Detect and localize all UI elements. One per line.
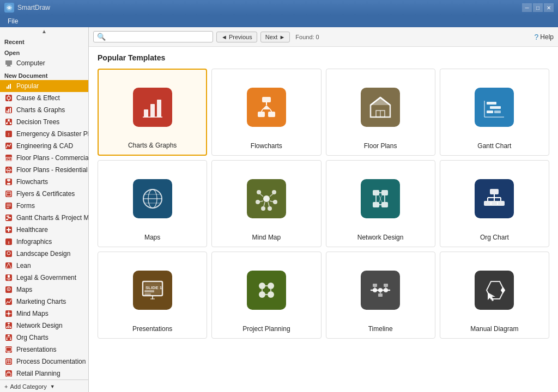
next-button[interactable]: Next ► — [260, 32, 290, 42]
sidebar-item-marketing-charts[interactable]: Marketing Charts — [0, 296, 88, 308]
charts-graphs-label: Charts & Graphs — [16, 106, 65, 114]
svg-rect-101 — [258, 112, 265, 117]
sidebar-item-floor-commercial[interactable]: Floor Plans - Commercial — [0, 152, 88, 164]
maximize-button[interactable]: □ — [533, 3, 543, 12]
sidebar-item-engineering[interactable]: Engineering & CAD — [0, 140, 88, 152]
svg-rect-13 — [7, 111, 8, 113]
presentations-template-icon: SLIDE 1 — [133, 271, 172, 310]
sidebar-item-healthcare[interactable]: Healthcare — [0, 224, 88, 236]
help-button[interactable]: ? Help — [535, 33, 554, 41]
maps-template-label: Maps — [144, 234, 160, 241]
flyers-icon — [4, 189, 13, 198]
healthcare-icon — [4, 225, 13, 234]
template-card-network-design[interactable]: Network Design — [326, 160, 435, 247]
sidebar-item-lean[interactable]: Lean — [0, 260, 88, 272]
prev-button[interactable]: ◄ Previous — [216, 32, 257, 42]
toolbar: 🔍 ◄ Previous Next ► Found: 0 ? Help — [89, 27, 558, 47]
svg-rect-44 — [8, 217, 11, 218]
scroll-indicator: ▲ — [0, 27, 88, 35]
template-card-charts-graphs[interactable]: Charts & Graphs — [98, 69, 207, 156]
sidebar-item-forms[interactable]: Forms — [0, 200, 88, 212]
project-planning-template-icon — [247, 271, 286, 310]
template-card-mind-map[interactable]: Mind Map — [211, 160, 321, 247]
search-icon: 🔍 — [97, 33, 106, 41]
svg-rect-158 — [144, 290, 154, 292]
sidebar-item-decision-trees[interactable]: Decision Trees — [0, 116, 88, 128]
sidebar-item-flowcharts[interactable]: Flowcharts — [0, 176, 88, 188]
sidebar-item-cause-effect[interactable]: Cause & Effect — [0, 92, 88, 104]
template-card-flowcharts[interactable]: Flowcharts — [211, 69, 321, 156]
floor-plans-template-icon — [361, 88, 400, 127]
svg-marker-107 — [371, 97, 390, 105]
add-category-bar[interactable]: + Add Category ▼ — [0, 379, 88, 392]
svg-rect-45 — [6, 219, 8, 220]
svg-rect-173 — [378, 293, 383, 297]
template-card-timeline[interactable]: Timeline — [326, 252, 435, 339]
svg-rect-154 — [497, 201, 505, 206]
template-card-presentations[interactable]: SLIDE 1 Presentations — [98, 252, 207, 339]
svg-line-104 — [261, 109, 263, 112]
sidebar-item-emergency[interactable]: ! Emergency & Disaster Pla... — [0, 128, 88, 140]
close-button[interactable]: ✕ — [544, 3, 554, 12]
sidebar-item-legal[interactable]: Legal & Government — [0, 272, 88, 284]
svg-rect-136 — [373, 190, 379, 195]
main-layout: ▲ Recent Open Computer New Document — [0, 27, 558, 392]
sidebar-item-org-charts[interactable]: Org Charts — [0, 332, 88, 344]
sidebar-item-gantt[interactable]: Gantt Charts & Project Mgt — [0, 212, 88, 224]
flowcharts-label: Flowcharts — [16, 178, 48, 186]
network-design-template-icon — [361, 179, 400, 218]
sidebar-item-network-design[interactable]: Network Design — [0, 320, 88, 332]
svg-rect-80 — [10, 339, 11, 340]
sidebar-item-floor-residential[interactable]: Floor Plans - Residential — [0, 164, 88, 176]
svg-point-61 — [8, 289, 9, 290]
sidebar-item-retail[interactable]: Retail Planning — [0, 367, 88, 379]
sidebar-item-charts-graphs[interactable]: Charts & Graphs — [0, 104, 88, 116]
file-menu[interactable]: File — [3, 16, 22, 26]
template-icon-wrap — [445, 167, 544, 230]
gantt-template-label: Gantt Chart — [477, 142, 511, 150]
template-card-project-planning[interactable]: Project Planning — [211, 252, 321, 339]
svg-rect-7 — [10, 84, 11, 89]
svg-rect-172 — [373, 284, 377, 287]
template-card-floor-plans[interactable]: Floor Plans — [326, 69, 435, 156]
sidebar-item-computer[interactable]: Computer — [0, 57, 88, 69]
search-input[interactable] — [108, 33, 206, 41]
app-icon — [4, 3, 14, 13]
template-card-gantt[interactable]: Gantt Chart — [440, 69, 549, 156]
svg-rect-5 — [7, 87, 8, 89]
sidebar-item-landscape[interactable]: Landscape Design — [0, 248, 88, 260]
svg-text:!: ! — [8, 132, 10, 137]
add-category-label: Add Category — [10, 383, 46, 390]
svg-rect-15 — [10, 108, 11, 113]
add-icon: + — [4, 383, 8, 390]
app-title: SmartDraw — [17, 4, 50, 11]
svg-marker-180 — [501, 287, 505, 293]
sidebar-item-infographics[interactable]: i Infographics — [0, 236, 88, 248]
decision-trees-icon — [4, 118, 13, 126]
template-card-org-chart[interactable]: Org Chart — [440, 160, 549, 247]
svg-rect-6 — [8, 85, 9, 89]
template-card-manual-diagram[interactable]: Manual Diagram — [440, 252, 549, 339]
sidebar-item-presentations[interactable]: Presentations — [0, 344, 88, 356]
sidebar-item-process-doc[interactable]: Process Documentation — [0, 356, 88, 367]
sidebar-item-mind-maps[interactable]: Mind Maps — [0, 308, 88, 320]
floor-commercial-icon — [4, 154, 13, 162]
sidebar-item-flyers[interactable]: Flyers & Certificates — [0, 188, 88, 200]
content-area: 🔍 ◄ Previous Next ► Found: 0 ? Help Popu… — [89, 27, 558, 392]
popular-label: Popular — [16, 82, 39, 90]
svg-point-129 — [268, 206, 272, 211]
sidebar-item-maps[interactable]: Maps — [0, 284, 88, 296]
maps-template-icon — [133, 179, 172, 218]
landscape-icon — [4, 249, 13, 258]
template-icon-wrap — [331, 259, 430, 322]
minimize-button[interactable]: ─ — [522, 3, 532, 12]
svg-rect-19 — [10, 122, 11, 124]
svg-line-130 — [260, 194, 263, 197]
charts-graphs-icon — [4, 106, 13, 114]
svg-point-163 — [268, 291, 274, 298]
template-card-maps[interactable]: Maps — [98, 160, 207, 247]
section-title: Popular Templates — [98, 53, 549, 62]
template-icon-wrap — [331, 167, 430, 230]
infographics-label: Infographics — [16, 238, 52, 246]
sidebar-item-popular[interactable]: Popular — [0, 80, 88, 92]
